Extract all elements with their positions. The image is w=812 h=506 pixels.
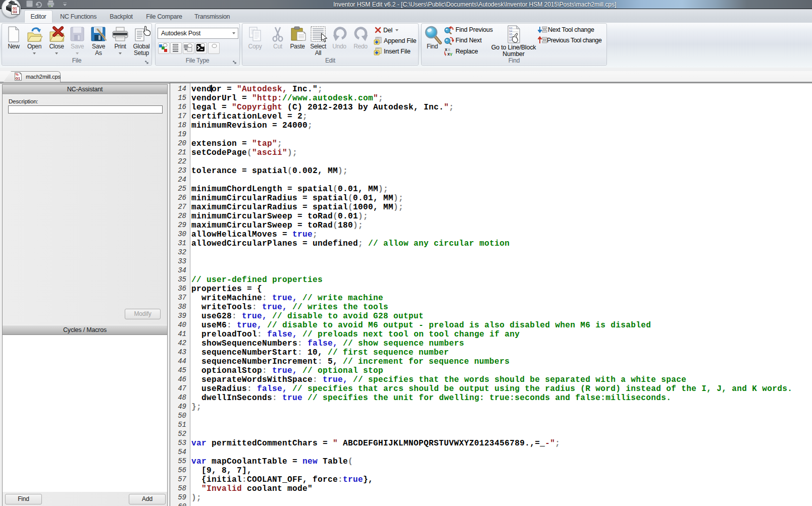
svg-text:G3: G3 [13, 10, 17, 14]
svg-text:y: y [450, 51, 452, 56]
svg-text:97: 97 [509, 39, 513, 42]
svg-text:G1: G1 [16, 77, 20, 80]
svg-text:%: % [16, 73, 19, 76]
svg-text:G1: G1 [13, 7, 17, 10]
